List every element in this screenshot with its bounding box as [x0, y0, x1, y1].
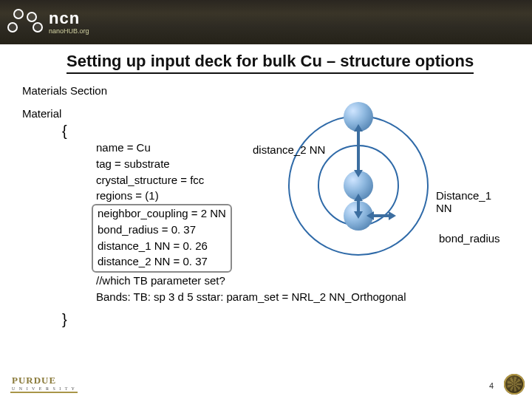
purdue-logo: PURDUE U N I V E R S I T Y — [10, 375, 78, 393]
code-line-neighbor: neighbor_coupling = 2 NN — [98, 205, 226, 222]
purdue-subtext: U N I V E R S I T Y — [12, 386, 76, 391]
brand-sub: nanoHUB.org — [49, 28, 89, 35]
code-line-dist2: distance_2 NN = 0. 37 — [98, 253, 226, 270]
code-line-bondradius: bond_radius = 0. 37 — [98, 222, 226, 238]
brand-logo: ncn nanoHUB.org — [7, 9, 89, 35]
brand-main: ncn — [49, 10, 89, 27]
brand-text: ncn nanoHUB.org — [49, 10, 89, 35]
nn-distance-diagram: distance_2 NN Distance_1 NN bond_radius — [273, 100, 495, 278]
arrow-distance-1nn-icon — [357, 200, 360, 213]
nsf-logo-icon — [504, 374, 525, 395]
label-bond-radius: bond_radius — [439, 232, 500, 245]
ncn-logo-icon — [7, 9, 44, 35]
footer: PURDUE U N I V E R S I T Y 4 — [0, 372, 532, 395]
slide-title: Setting up input deck for bulk Cu – stru… — [66, 52, 474, 74]
purdue-text: PURDUE — [12, 375, 56, 386]
arrow-bond-radius-icon — [372, 214, 390, 217]
page-number: 4 — [489, 381, 494, 390]
code-line-dist1: distance_1 NN = 0. 26 — [98, 238, 226, 254]
arrow-distance-2nn-icon — [357, 130, 360, 171]
brace-close: } — [62, 311, 510, 328]
code-line-bands: Bands: TB: sp 3 d 5 sstar: param_set = N… — [96, 289, 510, 305]
section-heading: Materials Section — [22, 84, 510, 97]
content-area: Materials Section Material { name = Cu t… — [0, 74, 532, 328]
label-distance-2nn: distance_2 NN — [253, 143, 325, 156]
header-bar: ncn nanoHUB.org — [0, 0, 532, 44]
label-distance-1nn: Distance_1 NN — [436, 189, 495, 214]
highlighted-params-box: neighbor_coupling = 2 NN bond_radius = 0… — [92, 204, 232, 273]
